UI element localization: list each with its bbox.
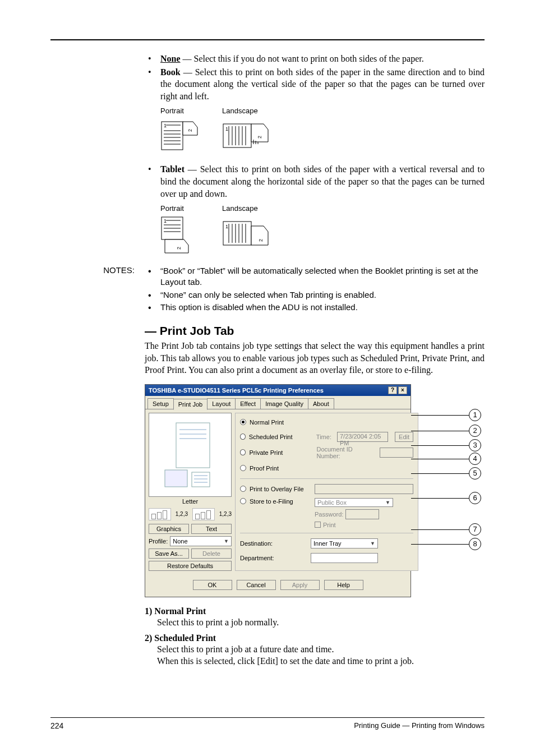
option-tablet-term: Tablet — [160, 164, 185, 174]
department-row: Department: — [240, 552, 413, 564]
profile-select[interactable]: None ▼ — [170, 536, 232, 546]
def2-num: 2) — [145, 633, 152, 643]
page-preview — [149, 413, 232, 497]
printing-preferences-screenshot: TOSHIBA e-STUDIO4511 Series PCL5c Printi… — [145, 384, 481, 597]
store-box-value: Public Box — [317, 499, 347, 506]
def1-body: Select this to print a job normally. — [157, 616, 485, 629]
callout-5: 5 — [469, 467, 481, 480]
svg-text:1: 1 — [225, 224, 228, 229]
department-label: Department: — [240, 555, 307, 561]
footer-text: Printing Guide — Printing from Windows — [354, 721, 485, 730]
cancel-button[interactable]: Cancel — [237, 580, 276, 590]
svg-text:2: 2 — [187, 129, 193, 132]
option-tablet-text: — Select this to print on both sides of … — [160, 164, 485, 198]
opt-private-print[interactable]: Private Print Document ID Number: — [240, 446, 413, 459]
def1-term: Normal Print — [154, 606, 206, 616]
book-portrait-label: Portrait — [160, 107, 184, 115]
delete-button[interactable]: Delete — [191, 548, 232, 559]
radio-icon — [240, 465, 246, 471]
graphics-button[interactable]: Graphics — [149, 524, 189, 534]
tab-effect[interactable]: Effect — [235, 398, 261, 409]
notes-block: NOTES: “Book” or “Tablet” will be automa… — [50, 265, 485, 314]
department-field[interactable] — [311, 553, 378, 563]
tab-layout[interactable]: Layout — [207, 398, 236, 409]
opt-scheduled-label: Scheduled Print — [249, 434, 311, 440]
section-heading: — Print Job Tab — [145, 324, 485, 338]
option-book-text: — Select this to print on both sides of … — [160, 67, 485, 101]
radio-icon — [240, 486, 246, 492]
apply-button[interactable]: Apply — [280, 580, 320, 590]
destination-select[interactable]: Inner Tray ▼ — [311, 538, 378, 548]
tab-strip: Setup Print Job Layout Effect Image Qual… — [145, 396, 411, 409]
paper-caption: Letter — [149, 497, 232, 506]
tab-imagequality[interactable]: Image Quality — [260, 398, 308, 409]
svg-rect-42 — [165, 470, 187, 487]
definition-1: 1) Normal Print Select this to print a j… — [145, 606, 485, 629]
duplex-options-list: None — Select this if you do not want to… — [145, 53, 485, 102]
svg-text:1: 1 — [164, 218, 167, 224]
collate-icon-a — [149, 508, 171, 520]
callout-6: 6 — [469, 492, 481, 504]
section-paragraph: The Print Job tab contains job type sett… — [145, 340, 485, 376]
callout-7: 7 — [469, 523, 481, 536]
page-number: 224 — [50, 721, 63, 730]
note-1: “Book” or “Tablet” will be automatically… — [145, 265, 485, 288]
edit-button[interactable]: Edit — [395, 432, 413, 442]
help-button[interactable]: Help — [324, 580, 363, 590]
restore-defaults-button[interactable]: Restore Defaults — [149, 561, 232, 571]
book-portrait-icon: 1 2 — [160, 118, 200, 153]
opt-store-label: Store to e-Filing — [250, 498, 311, 505]
def2-term: Scheduled Print — [154, 633, 216, 643]
def1-num: 1) — [145, 606, 152, 616]
book-diagram: Portrait 1 2 Landscape — [160, 107, 485, 153]
chevron-down-icon: ▼ — [385, 500, 390, 505]
opt-overlay-label: Print to Overlay File — [250, 486, 311, 492]
print-checkbox[interactable] — [315, 522, 321, 528]
opt-overlay[interactable]: Print to Overlay File — [240, 483, 413, 495]
opt-proof-label: Proof Print — [250, 465, 279, 472]
chevron-down-icon: ▼ — [224, 538, 229, 544]
svg-text:2: 2 — [258, 239, 264, 242]
destination-row: Destination: Inner Tray ▼ — [240, 538, 413, 549]
time-field[interactable]: 7/23/2004 2:05 PM — [337, 432, 388, 442]
tablet-portrait-label: Portrait — [160, 204, 184, 213]
collate-icon-b — [192, 508, 215, 520]
opt-store-efiling[interactable]: Store to e-Filing Public Box ▼ Password: — [240, 498, 413, 528]
text-button[interactable]: Text — [191, 524, 232, 534]
tablet-landscape-label: Landscape — [222, 204, 258, 213]
printing-preferences-dialog: TOSHIBA e-STUDIO4511 Series PCL5c Printi… — [145, 384, 411, 597]
opt-proof-print[interactable]: Proof Print — [240, 463, 413, 474]
option-none: None — Select this if you do not want to… — [145, 53, 485, 65]
destination-label: Destination: — [240, 540, 307, 547]
collate-row: 1,2,3 1,2,3 — [149, 506, 232, 524]
book-landscape-label: Landscape — [222, 107, 258, 115]
close-icon[interactable]: × — [398, 386, 407, 394]
time-label: Time: — [316, 434, 331, 440]
svg-rect-46 — [192, 472, 210, 487]
overlay-field[interactable] — [315, 484, 413, 494]
tab-about[interactable]: About — [308, 398, 334, 409]
tablet-landscape-icon: 1 2 — [222, 216, 270, 251]
note-3: This option is disabled when the ADU is … — [145, 302, 485, 313]
password-field[interactable] — [345, 509, 379, 519]
docid-label: Document ID Number: — [316, 446, 374, 459]
callout-2: 2 — [469, 425, 481, 437]
option-book-term: Book — [160, 67, 181, 77]
help-icon[interactable]: ? — [388, 386, 397, 394]
tab-printjob[interactable]: Print Job — [173, 399, 207, 410]
opt-normal-print[interactable]: Normal Print — [240, 417, 413, 428]
svg-marker-8 — [183, 122, 197, 135]
opt-private-label: Private Print — [249, 449, 311, 456]
profile-label: Profile: — [149, 538, 168, 545]
docid-field[interactable] — [380, 448, 413, 458]
option-book: Book — Select this to print on both side… — [145, 66, 485, 103]
radio-icon — [240, 449, 246, 455]
store-box-select[interactable]: Public Box ▼ — [315, 498, 393, 507]
password-label: Password: — [315, 511, 343, 518]
tab-setup[interactable]: Setup — [147, 398, 174, 409]
svg-text:2: 2 — [257, 136, 262, 139]
ok-button[interactable]: OK — [193, 580, 232, 590]
opt-scheduled-print[interactable]: Scheduled Print Time: 7/23/2004 2:05 PM … — [240, 431, 413, 442]
saveas-button[interactable]: Save As... — [149, 548, 189, 559]
option-tablet: Tablet — Select this to print on both si… — [145, 163, 485, 200]
